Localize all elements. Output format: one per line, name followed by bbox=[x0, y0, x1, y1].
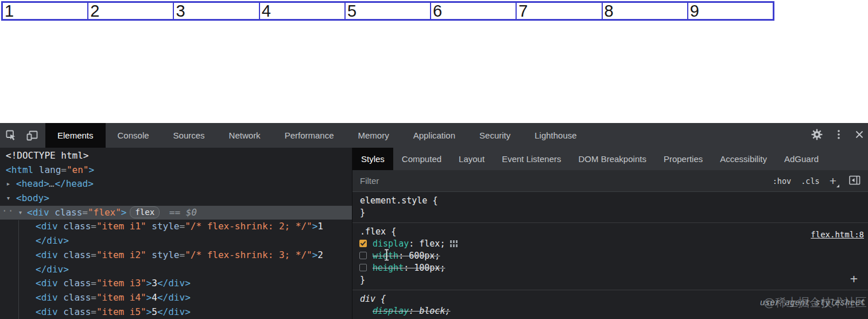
code-token: </head> bbox=[55, 178, 93, 189]
property-name[interactable]: height bbox=[373, 263, 404, 273]
property-value[interactable]: 600px; bbox=[409, 251, 440, 261]
code-token: > bbox=[121, 207, 127, 218]
rule-selector[interactable]: .flex {flex.html:8 bbox=[352, 226, 868, 238]
code-token: <div bbox=[36, 306, 63, 317]
code-token: 3 bbox=[152, 278, 157, 289]
tab-styles[interactable]: Styles bbox=[352, 148, 393, 170]
expand-arrow-icon[interactable]: ▾ bbox=[19, 206, 22, 220]
devtools-main: <!DOCTYPE html><html lang="en">▸<head>…<… bbox=[0, 148, 868, 319]
tab-network[interactable]: Network bbox=[217, 123, 273, 148]
property-value[interactable]: flex; bbox=[419, 239, 445, 249]
cls-toggle[interactable]: .cls bbox=[801, 176, 820, 186]
code-token: > bbox=[312, 221, 318, 232]
property-text: display: flex; bbox=[373, 239, 445, 249]
flex-container: 123456789 bbox=[1, 1, 774, 21]
code-token: = bbox=[180, 221, 185, 232]
property-checkbox-display[interactable] bbox=[359, 240, 367, 247]
dropdown-corner-icon bbox=[836, 185, 839, 187]
overflow-dots-icon: ·· bbox=[2, 204, 14, 218]
code-token: style bbox=[152, 221, 179, 232]
tab-properties[interactable]: Properties bbox=[655, 148, 711, 170]
code-token: = bbox=[180, 249, 185, 260]
property-row[interactable]: display: flex; bbox=[352, 238, 868, 250]
rule-selector[interactable]: element.style { bbox=[352, 195, 868, 207]
dom-tree-row[interactable]: ▾<body> bbox=[0, 191, 352, 206]
filter-bar-controls: :hov .cls + bbox=[773, 175, 861, 187]
close-icon[interactable] bbox=[855, 130, 864, 141]
dom-tree-row[interactable]: <!DOCTYPE html> bbox=[0, 149, 352, 163]
tab-lighthouse[interactable]: Lighthouse bbox=[522, 123, 588, 148]
dom-tree-row[interactable]: <div class="item i1" style="/* flex-shri… bbox=[0, 220, 352, 234]
more-menu-icon[interactable] bbox=[837, 129, 840, 143]
dom-tree-row[interactable]: </div> bbox=[0, 234, 352, 248]
tab-dom-breakpoints[interactable]: DOM Breakpoints bbox=[570, 148, 655, 170]
code-token: style bbox=[152, 249, 179, 260]
code-token: "item i5" bbox=[96, 306, 146, 317]
flex-item: 7 bbox=[516, 2, 602, 20]
tab-adguard[interactable]: AdGuard bbox=[776, 148, 827, 170]
tab-memory[interactable]: Memory bbox=[346, 123, 401, 148]
rule-close-brace: } bbox=[352, 274, 868, 286]
dom-tree-row[interactable]: ▸<head>…</head> bbox=[0, 177, 352, 191]
dom-tree-row[interactable]: <div class="item i2" style="/* flex-shri… bbox=[0, 248, 352, 263]
expand-arrow-icon[interactable]: ▸ bbox=[7, 177, 10, 191]
inspect-icon[interactable] bbox=[5, 129, 17, 141]
settings-gear-icon[interactable] bbox=[811, 129, 823, 143]
property-name[interactable]: display bbox=[373, 306, 409, 316]
add-rule-button[interactable]: + bbox=[850, 272, 858, 285]
filter-input[interactable]: Filter bbox=[360, 176, 379, 186]
code-token: "en" bbox=[67, 164, 89, 175]
tab-performance[interactable]: Performance bbox=[273, 123, 346, 148]
tab-console[interactable]: Console bbox=[106, 123, 161, 148]
styles-sidebar: StylesComputedLayoutEvent ListenersDOM B… bbox=[352, 148, 868, 319]
style-rule-section: element.style {} bbox=[352, 192, 868, 223]
property-checkbox-width[interactable] bbox=[359, 252, 367, 259]
toolbar-right-icons bbox=[811, 123, 868, 148]
selected-node-hint: == $0 bbox=[164, 207, 197, 218]
code-token: lang bbox=[39, 164, 61, 175]
dom-tree-row[interactable]: ··▾<div class="flex">flex == $0 bbox=[0, 206, 352, 220]
code-token: 4 bbox=[152, 292, 157, 303]
property-value[interactable]: block; bbox=[419, 306, 450, 316]
code-token: <!DOCTYPE html> bbox=[6, 150, 89, 161]
toggle-sidebar-icon[interactable] bbox=[849, 175, 861, 187]
code-token: class bbox=[55, 207, 82, 218]
tab-accessibility[interactable]: Accessibility bbox=[711, 148, 776, 170]
code-token: <div bbox=[36, 292, 63, 303]
tab-computed[interactable]: Computed bbox=[393, 148, 450, 170]
dom-tree-row[interactable]: <div class="item i4">4</div> bbox=[0, 291, 352, 305]
flex-editor-icon[interactable] bbox=[445, 239, 458, 249]
property-name[interactable]: display bbox=[373, 239, 409, 249]
hov-toggle[interactable]: :hov bbox=[773, 176, 792, 186]
dom-tree-row[interactable]: <div class="item i3">3</div> bbox=[0, 276, 352, 291]
code-token: = bbox=[91, 278, 96, 289]
device-toolbar-icon[interactable] bbox=[26, 130, 38, 141]
flex-item: 5 bbox=[345, 2, 431, 20]
code-token: class bbox=[63, 221, 91, 232]
property-value[interactable]: 100px; bbox=[414, 263, 445, 273]
indent-guide bbox=[18, 220, 19, 319]
code-token: class bbox=[63, 278, 91, 289]
property-row[interactable]: width: 600px; bbox=[352, 250, 868, 262]
tab-layout[interactable]: Layout bbox=[450, 148, 493, 170]
screenshot-root: 123456789 ElementsConsoleSourcesNetworkP… bbox=[0, 0, 868, 319]
tab-security[interactable]: Security bbox=[467, 123, 522, 148]
code-token: = bbox=[91, 306, 96, 317]
property-colon: : bbox=[398, 251, 409, 261]
code-token: </div> bbox=[157, 292, 191, 303]
property-checkbox-height[interactable] bbox=[359, 264, 367, 271]
new-style-rule-button[interactable]: + bbox=[830, 175, 839, 187]
tab-application[interactable]: Application bbox=[401, 123, 467, 148]
dom-tree-row[interactable]: </div> bbox=[0, 263, 352, 277]
property-row[interactable]: height: 100px; bbox=[352, 262, 868, 274]
dom-tree-row[interactable]: <html lang="en"> bbox=[0, 163, 352, 178]
flex-badge[interactable]: flex bbox=[130, 206, 160, 218]
code-token: = bbox=[91, 292, 96, 303]
tab-sources[interactable]: Sources bbox=[161, 123, 217, 148]
property-text: width: 600px; bbox=[373, 251, 440, 261]
tab-elements[interactable]: Elements bbox=[45, 123, 106, 148]
code-token: 2 bbox=[317, 249, 323, 260]
dom-tree-row[interactable]: <div class="item i5">5</div> bbox=[0, 305, 352, 319]
tab-event-listeners[interactable]: Event Listeners bbox=[493, 148, 569, 170]
toolbar-left-icons bbox=[0, 123, 45, 148]
